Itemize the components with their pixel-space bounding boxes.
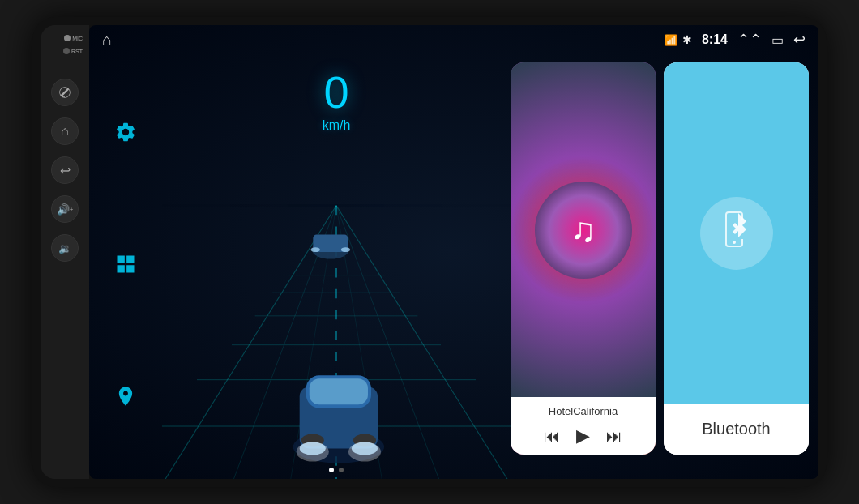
svg-point-25: [297, 442, 329, 461]
speed-display: 0 km/h: [323, 70, 351, 133]
rst-label: RST: [71, 49, 83, 54]
svg-point-16: [341, 247, 350, 252]
svg-point-27: [733, 241, 736, 244]
speedometer-area: 0 km/h: [162, 25, 511, 479]
bt-phone-icon: [712, 205, 761, 262]
sidebar: [89, 25, 162, 479]
play-btn[interactable]: ▶: [576, 425, 590, 446]
speed-number: 0: [323, 70, 351, 115]
sidebar-nav-icon[interactable]: [106, 377, 145, 416]
main-content: 0 km/h ♫: [89, 25, 818, 479]
music-card[interactable]: ♫ HotelCalifornia ⏮ ▶ ⏭: [511, 62, 656, 455]
next-btn[interactable]: ⏭: [606, 427, 622, 446]
bt-label-area: Bluetooth: [664, 404, 809, 455]
bluetooth-status-icon: ✱: [682, 33, 692, 46]
album-circle: ♫: [535, 182, 632, 279]
status-icons: 📶 ✱: [665, 33, 692, 46]
svg-point-26: [348, 442, 381, 461]
back-side-btn[interactable]: ↩: [51, 156, 79, 184]
song-title: HotelCalifornia: [520, 405, 646, 417]
status-bar: ⌂ 📶 ✱ 8:14 ⌃⌃ ▭ ↩: [89, 25, 818, 54]
bt-icon-area: [664, 62, 809, 404]
prev-btn[interactable]: ⏮: [544, 427, 560, 446]
mic-label: MIC: [72, 36, 83, 41]
back-icon[interactable]: ↩: [793, 31, 806, 49]
music-card-bottom: HotelCalifornia ⏮ ▶ ⏭: [511, 397, 656, 455]
left-physical-strip: MIC RST ⌂ ↩ 🔊+ 🔉: [41, 25, 89, 479]
home-icon-top[interactable]: ⌂: [102, 31, 112, 49]
status-bar-left: ⌂: [102, 31, 112, 49]
cards-area: ♫ HotelCalifornia ⏮ ▶ ⏭: [511, 25, 818, 479]
svg-point-15: [310, 247, 319, 252]
main-screen: ⌂ 📶 ✱ 8:14 ⌃⌃ ▭ ↩: [89, 25, 818, 479]
dot-2[interactable]: [339, 468, 344, 472]
music-controls: ⏮ ▶ ⏭: [520, 425, 646, 446]
bluetooth-card[interactable]: Bluetooth: [664, 62, 809, 455]
sidebar-apps-icon[interactable]: [106, 245, 145, 284]
vol-up-btn[interactable]: 🔊+: [51, 195, 79, 223]
sidebar-settings-icon[interactable]: [106, 113, 145, 152]
status-bar-right: 📶 ✱ 8:14 ⌃⌃ ▭ ↩: [665, 31, 806, 49]
bt-phone-circle: [700, 197, 773, 270]
music-note-icon: ♫: [571, 211, 596, 250]
power-btn[interactable]: [51, 79, 79, 106]
expand-icon[interactable]: ⌃⌃: [737, 31, 762, 49]
cards-row: ♫ HotelCalifornia ⏮ ▶ ⏭: [511, 62, 809, 455]
bluetooth-label: Bluetooth: [702, 420, 771, 438]
dot-1[interactable]: [329, 468, 334, 472]
home-side-btn[interactable]: ⌂: [51, 117, 79, 145]
music-album-art: ♫: [511, 62, 656, 397]
vol-down-btn[interactable]: 🔉: [51, 234, 79, 262]
device-bezel: MIC RST ⌂ ↩ 🔊+ 🔉 ⌂ 📶 ✱: [32, 17, 827, 487]
dots-indicator: [329, 468, 344, 472]
time-display: 8:14: [702, 32, 728, 47]
window-icon[interactable]: ▭: [771, 32, 784, 48]
signal-icon: 📶: [665, 34, 677, 46]
speed-unit: km/h: [323, 118, 351, 133]
svg-rect-20: [310, 378, 368, 404]
